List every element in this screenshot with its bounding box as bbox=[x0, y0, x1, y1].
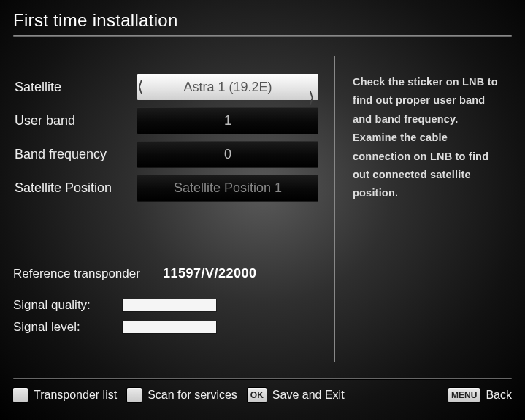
row-band-frequency: Band frequency 0 bbox=[13, 137, 320, 171]
row-satellite: Satellite ⟨ Astra 1 (19.2E) ⟩ bbox=[13, 70, 320, 104]
installation-window: First time installation Satellite ⟨ Astr… bbox=[0, 0, 525, 420]
value-band-frequency: 0 bbox=[224, 147, 231, 162]
value-user-band: 1 bbox=[224, 113, 231, 129]
bar-signal-quality bbox=[123, 299, 216, 311]
label-signal-level: Signal level: bbox=[13, 320, 123, 335]
row-satellite-position: Satellite Position Satellite Position 1 bbox=[13, 171, 320, 205]
footer-back[interactable]: MENU Back bbox=[448, 388, 512, 402]
selector-satellite-position[interactable]: Satellite Position 1 bbox=[137, 175, 318, 201]
chevron-left-icon[interactable]: ⟨ bbox=[137, 74, 158, 100]
row-signal-level: Signal level: bbox=[13, 316, 320, 338]
footer-transponder-list-label: Transponder list bbox=[34, 389, 117, 402]
value-satellite: Astra 1 (19.2E) bbox=[183, 80, 272, 95]
settings-list: Satellite ⟨ Astra 1 (19.2E) ⟩ User band … bbox=[13, 51, 320, 205]
row-user-band: User band 1 bbox=[13, 104, 320, 137]
selector-band-frequency[interactable]: 0 bbox=[137, 141, 318, 167]
color-key-icon bbox=[13, 388, 28, 402]
selector-user-band[interactable]: 1 bbox=[137, 107, 318, 134]
settings-panel: Satellite ⟨ Astra 1 (19.2E) ⟩ User band … bbox=[13, 51, 334, 365]
footer-scan-label: Scan for services bbox=[147, 389, 237, 402]
footer-divider bbox=[13, 378, 512, 379]
label-satellite: Satellite bbox=[13, 80, 137, 95]
footer: Transponder list Scan for services OK Sa… bbox=[0, 378, 525, 420]
footer-items: Transponder list Scan for services OK Sa… bbox=[13, 388, 512, 402]
label-signal-quality: Signal quality: bbox=[13, 298, 123, 313]
menu-key-icon: MENU bbox=[448, 388, 480, 402]
title-divider bbox=[13, 35, 512, 37]
color-key-icon bbox=[127, 388, 142, 402]
footer-transponder-list[interactable]: Transponder list bbox=[13, 388, 117, 402]
label-user-band: User band bbox=[13, 113, 137, 129]
label-satellite-position: Satellite Position bbox=[13, 180, 137, 196]
bar-signal-level bbox=[123, 321, 216, 333]
help-text: Check the sticker on LNB to find out pro… bbox=[353, 73, 505, 203]
status-panel: Reference transponder 11597/V/22000 Sign… bbox=[13, 205, 320, 338]
label-reference-transponder: Reference transponder bbox=[13, 267, 163, 281]
value-reference-transponder: 11597/V/22000 bbox=[163, 266, 257, 281]
selector-satellite[interactable]: ⟨ Astra 1 (19.2E) ⟩ bbox=[137, 74, 318, 100]
footer-save-exit-label: Save and Exit bbox=[272, 389, 345, 402]
row-signal-quality: Signal quality: bbox=[13, 294, 320, 316]
value-satellite-position: Satellite Position 1 bbox=[174, 180, 282, 196]
page-title: First time installation bbox=[13, 10, 512, 31]
row-reference-transponder: Reference transponder 11597/V/22000 bbox=[13, 266, 320, 281]
footer-back-label: Back bbox=[486, 389, 512, 402]
help-panel: Check the sticker on LNB to find out pro… bbox=[335, 51, 512, 365]
footer-scan[interactable]: Scan for services bbox=[127, 388, 237, 402]
footer-save-exit[interactable]: OK Save and Exit bbox=[248, 388, 345, 402]
label-band-frequency: Band frequency bbox=[13, 147, 137, 162]
chevron-right-icon[interactable]: ⟩ bbox=[294, 74, 318, 100]
titlebar: First time installation bbox=[0, 0, 525, 44]
content-area: Satellite ⟨ Astra 1 (19.2E) ⟩ User band … bbox=[0, 44, 525, 365]
ok-key-icon: OK bbox=[248, 388, 267, 402]
